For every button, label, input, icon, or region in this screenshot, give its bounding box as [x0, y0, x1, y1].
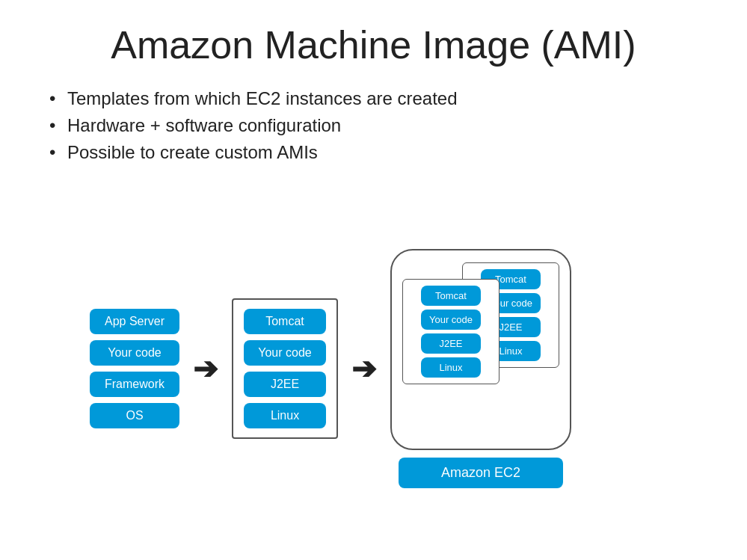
stack2-item-0: Tomcat [244, 309, 326, 334]
front-item-3: Linux [421, 357, 481, 378]
stack-1: App Server Your code Framework OS [90, 309, 179, 428]
stack1-item-3: OS [90, 403, 179, 428]
ec2-label: Amazon EC2 [399, 458, 563, 488]
stack2-item-1: Your code [244, 340, 326, 366]
stack1-item-1: Your code [90, 340, 179, 366]
bullet-list: Templates from which EC2 instances are c… [45, 88, 702, 169]
stack1-item-2: Framework [90, 372, 179, 397]
bullet-3: Possible to create custom AMIs [45, 142, 702, 163]
stack2-item-2: J2EE [244, 372, 326, 397]
slide: Amazon Machine Image (AMI) Templates fro… [0, 0, 747, 560]
arrow-2: ➔ [351, 351, 377, 386]
arrow-1: ➔ [193, 351, 218, 386]
slide-title: Amazon Machine Image (AMI) [45, 22, 702, 67]
bullet-2: Hardware + software configuration [45, 115, 702, 136]
ami-box: Tomcat Your code J2EE Linux [232, 298, 338, 439]
instances-wrapper: Tomcat Your code J2EE Linux Tomcat Your … [402, 262, 559, 438]
stack1-item-0: App Server [90, 309, 179, 334]
instance-front: Tomcat Your code J2EE Linux [402, 279, 499, 384]
front-item-1: Your code [421, 310, 481, 330]
ec2-container: Tomcat Your code J2EE Linux Tomcat Your … [390, 249, 571, 488]
stack2-item-3: Linux [244, 403, 326, 428]
bullet-1: Templates from which EC2 instances are c… [45, 88, 702, 109]
diagram: App Server Your code Framework OS ➔ Tomc… [45, 191, 702, 545]
front-item-0: Tomcat [421, 286, 481, 306]
front-item-2: J2EE [421, 333, 481, 354]
ec2-cloud: Tomcat Your code J2EE Linux Tomcat Your … [390, 249, 571, 450]
